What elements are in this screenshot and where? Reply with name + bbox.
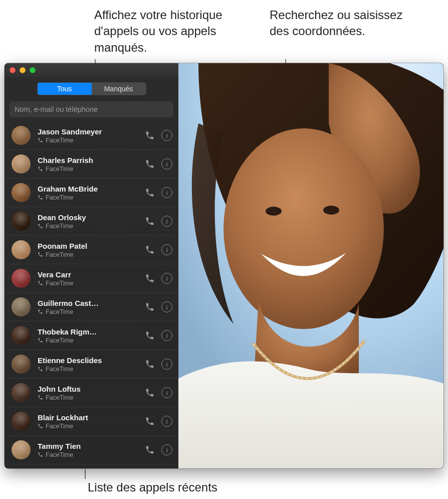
window-close-button[interactable] (10, 67, 16, 73)
info-button[interactable]: i (161, 387, 172, 398)
phone-icon (145, 188, 155, 198)
tab-missed[interactable]: Manqués (92, 83, 146, 95)
sub-label: FaceTime (46, 366, 73, 373)
sub-label: FaceTime (46, 137, 73, 144)
info-button[interactable]: i (161, 158, 172, 170)
contact-name: Jason Sandmeyer (38, 127, 143, 136)
info-button[interactable]: i (161, 187, 172, 198)
handset-icon (38, 195, 43, 200)
contact-info: John Loftus FaceTime (38, 385, 143, 401)
list-item[interactable]: John Loftus FaceTime i (5, 379, 178, 407)
contact-name: Graham McBride (38, 185, 143, 193)
info-button[interactable]: i (161, 130, 172, 141)
avatar (12, 212, 31, 231)
search-field[interactable] (10, 101, 173, 117)
search-input[interactable] (15, 105, 168, 113)
phone-icon (145, 159, 155, 169)
call-button[interactable] (143, 157, 156, 171)
list-item[interactable]: Charles Parrish FaceTime i (5, 150, 178, 179)
contact-info: Dean Orlosky FaceTime (38, 213, 143, 230)
list-item[interactable]: Tammy Tien FaceTime i (5, 436, 178, 464)
info-button[interactable]: i (161, 301, 172, 312)
contact-info: Tammy Tien FaceTime (38, 442, 143, 458)
phone-icon (145, 388, 155, 398)
call-button[interactable] (143, 129, 156, 142)
phone-icon (145, 359, 155, 369)
list-item[interactable]: Vera Carr FaceTime i (5, 264, 178, 293)
sub-label: FaceTime (46, 223, 73, 230)
row-actions: i (143, 129, 172, 142)
info-button[interactable]: i (161, 330, 172, 341)
list-item[interactable]: Thobeka Rigm… FaceTime i (5, 321, 178, 350)
info-button[interactable]: i (161, 416, 172, 427)
sub-label: FaceTime (46, 194, 73, 201)
sub-label: FaceTime (46, 308, 73, 315)
svg-point-2 (266, 207, 282, 216)
info-button[interactable]: i (161, 216, 172, 227)
contact-subtitle: FaceTime (38, 366, 143, 373)
handset-icon (38, 309, 43, 314)
contact-info: Poonam Patel FaceTime (38, 242, 143, 258)
sub-label: FaceTime (46, 251, 73, 258)
call-button[interactable] (143, 329, 156, 342)
call-button[interactable] (143, 215, 156, 228)
list-item[interactable]: Blair Lockhart FaceTime i (5, 407, 178, 436)
window-minimize-button[interactable] (20, 67, 26, 73)
call-button[interactable] (143, 272, 156, 285)
facetime-window: Tous Manqués Jason Sandmeyer FaceTime i … (5, 63, 443, 468)
handset-icon (38, 423, 43, 429)
contact-info: Blair Lockhart FaceTime (38, 413, 143, 430)
callout-search: Recherchez ou saisissez des coordonnées. (270, 7, 410, 40)
list-item[interactable]: Etienne Desclides FaceTime i (5, 350, 178, 379)
info-button[interactable]: i (161, 359, 172, 370)
list-item[interactable]: Jason Sandmeyer FaceTime i (5, 121, 178, 150)
contact-info: Etienne Desclides FaceTime (38, 356, 143, 373)
call-button[interactable] (143, 415, 156, 428)
call-button[interactable] (143, 443, 156, 456)
video-preview (178, 63, 443, 468)
list-item[interactable]: Graham McBride FaceTime i (5, 179, 178, 207)
phone-icon (145, 245, 155, 255)
info-button[interactable]: i (161, 273, 172, 284)
phone-icon (145, 330, 155, 341)
call-button[interactable] (143, 300, 156, 313)
row-actions: i (143, 186, 172, 199)
handset-icon (38, 280, 43, 286)
contact-subtitle: FaceTime (38, 394, 143, 401)
window-zoom-button[interactable] (30, 67, 36, 73)
row-actions: i (143, 300, 172, 313)
handset-icon (38, 166, 43, 172)
row-actions: i (143, 358, 172, 371)
tab-all[interactable]: Tous (38, 83, 92, 95)
call-button[interactable] (143, 358, 156, 371)
list-item[interactable]: Dean Orlosky FaceTime i (5, 207, 178, 236)
contact-name: Poonam Patel (38, 242, 143, 250)
contact-name: Dean Orlosky (38, 213, 143, 222)
row-actions: i (143, 243, 172, 256)
avatar (12, 412, 31, 431)
info-button[interactable]: i (161, 244, 172, 255)
contact-info: Vera Carr FaceTime (38, 270, 143, 287)
list-item[interactable]: Poonam Patel FaceTime i (5, 236, 178, 264)
avatar (12, 297, 31, 316)
svg-point-3 (323, 206, 339, 215)
call-button[interactable] (143, 186, 156, 199)
call-button[interactable] (143, 243, 156, 256)
row-actions: i (143, 415, 172, 428)
contact-subtitle: FaceTime (38, 337, 143, 344)
row-actions: i (143, 329, 172, 342)
call-history-tabs: Tous Manqués (37, 82, 146, 95)
contact-name: Tammy Tien (38, 442, 143, 450)
sub-label: FaceTime (46, 423, 73, 430)
handset-icon (38, 452, 43, 457)
call-button[interactable] (143, 386, 156, 399)
list-item[interactable]: Guillermo Cast… FaceTime i (5, 293, 178, 321)
contact-subtitle: FaceTime (38, 165, 143, 173)
info-button[interactable]: i (161, 444, 172, 455)
handset-icon (38, 338, 43, 343)
row-actions: i (143, 215, 172, 228)
avatar (12, 240, 31, 259)
contact-subtitle: FaceTime (38, 223, 143, 230)
contact-info: Graham McBride FaceTime (38, 185, 143, 201)
handset-icon (38, 366, 43, 372)
